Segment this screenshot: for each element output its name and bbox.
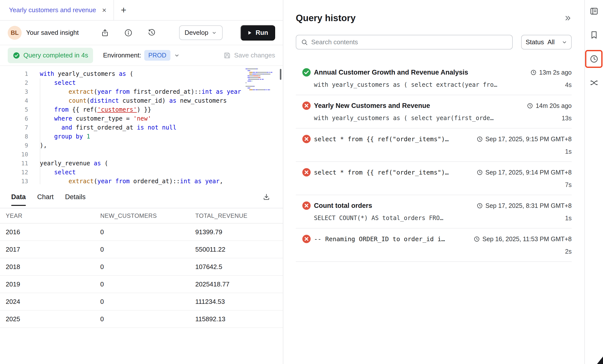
plus-icon: + [121,5,126,15]
tab-chart[interactable]: Chart [37,186,54,208]
history-item-title: select * from {{ ref("order_items")… [314,169,449,176]
line-number: 2 [0,78,28,87]
save-changes-label: Save changes [234,51,275,59]
new-tab-button[interactable]: + [114,0,133,20]
code-line[interactable]: group by 1 [40,132,283,141]
history-clock-icon[interactable] [589,54,599,64]
status-filter-value: All [548,38,555,46]
table-cell: 2024 [6,298,100,306]
share-icon[interactable] [99,27,111,39]
develop-button[interactable]: Develop [179,25,223,40]
success-circle-icon [302,67,311,77]
play-icon [247,30,252,36]
code-line[interactable]: yearly_revenue as ( [40,159,283,168]
history-item-duration: 2s [560,248,572,255]
line-number: 9 [0,141,28,150]
table-cell: 0 [100,298,195,306]
status-filter-dropdown[interactable]: Status All [521,35,572,49]
line-number-gutter: 12345678910111213 [0,69,28,186]
code-line[interactable]: select [40,168,283,177]
chevron-down-icon [174,52,180,59]
chevron-down-icon [561,39,568,46]
download-icon[interactable] [262,193,270,201]
history-controls: Status All [296,35,572,49]
minimap[interactable] [246,68,275,91]
history-item-duration: 7s [560,181,572,188]
line-number: 11 [0,159,28,168]
history-item-duration: 1s [560,148,572,155]
tab-details[interactable]: Details [65,186,86,208]
history-item-duration: 4s [560,81,572,89]
code-line[interactable]: from {{ ref('customers') }} [40,105,283,114]
history-item-title: select * from {{ ref("order_items")… [314,136,449,143]
table-cell: 2025418.77 [195,280,283,288]
table-cell: 2016 [6,228,100,236]
lineage-icon[interactable] [589,78,599,88]
table-row[interactable]: 20240111234.53 [0,293,283,311]
table-row[interactable]: 20250115892.13 [0,311,283,328]
line-number: 1 [0,69,28,78]
table-cell: 0 [100,246,195,253]
table-cell: 111234.53 [195,298,283,306]
history-item-time: 13m 2s ago [525,69,572,76]
history-item-time: Sep 17, 2025, 8:31 PM GMT+8 [471,202,572,209]
sql-editor[interactable]: 12345678910111213 with yearly_customers … [0,66,283,186]
chevron-down-icon [211,30,217,36]
editor-scrollbar[interactable] [280,69,281,80]
history-item-title: Annual Customer Growth and Revenue Analy… [314,69,468,76]
query-status-badge: Query completed in 4s [8,48,93,63]
save-changes-button[interactable]: Save changes [223,51,275,59]
query-history-header: Query history [296,13,572,23]
table-cell: 91399.79 [195,228,283,236]
code-line[interactable]: where customer_type = 'new' [40,114,283,123]
history-item-snippet: with yearly_customers as ( select year(f… [314,115,494,122]
error-circle-icon [302,134,311,144]
version-history-icon[interactable] [146,27,158,39]
table-cell: 2017 [6,246,100,253]
history-item[interactable]: Annual Customer Growth and Revenue Analy… [296,62,572,95]
table-cell: 107642.5 [195,263,283,271]
line-number: 10 [0,150,28,159]
table-row[interactable]: 20170550011.22 [0,241,283,258]
table-row[interactable]: 2016091399.79 [0,224,283,241]
info-icon[interactable] [122,27,134,39]
bookmark-icon[interactable] [589,30,599,40]
code-line[interactable]: extract(year from ordered_at)::int as ye… [40,177,283,186]
table-cell: 2018 [6,263,100,271]
environment-selector[interactable]: Environment: PROD [103,50,180,61]
results-tab-bar: Data Chart Details [0,186,283,208]
history-item[interactable]: select * from {{ ref("order_items")…Sep … [296,129,572,162]
tab-data[interactable]: Data [11,186,26,208]
history-item[interactable]: Count total ordersSep 17, 2025, 8:31 PM … [296,195,572,228]
code-line[interactable]: ), [40,141,283,150]
page-title: Query history [296,13,356,23]
query-list-icon[interactable] [589,6,599,16]
run-button[interactable]: Run [241,25,275,41]
table-cell: 550011.22 [195,246,283,253]
code-line[interactable]: and first_ordered_at is not null [40,123,283,132]
app-root: Yearly customers and revenue × + BL Your… [0,0,603,364]
table-cell: 2025 [6,315,100,323]
double-chevron-right-icon[interactable] [564,14,572,22]
table-row[interactable]: 201902025418.77 [0,276,283,293]
error-circle-icon [302,167,311,177]
code-line[interactable]: count(distinct customer_id) as new_custo… [40,96,283,105]
history-item[interactable]: select * from {{ ref("order_items")…Sep … [296,162,572,195]
check-circle-icon [13,52,20,59]
code-line[interactable] [40,150,283,159]
history-item-time: Sep 17, 2025, 9:15 PM GMT+8 [471,136,572,143]
history-item[interactable]: Yearly New Customers and Revenue14m 20s … [296,95,572,129]
table-row[interactable]: 20180107642.5 [0,258,283,276]
error-circle-icon [302,234,311,244]
search-input[interactable] [311,38,508,46]
tab-yearly-customers-and-revenue[interactable]: Yearly customers and revenue × [0,0,114,20]
line-number: 7 [0,123,28,132]
environment-badge: PROD [144,50,170,61]
search-box[interactable] [296,35,513,49]
close-icon[interactable]: × [102,6,106,14]
history-item-snippet: with yearly_customers as ( select extrac… [314,81,497,88]
history-item[interactable]: -- Renaming ORDER_ID to order_id i…Sep 1… [296,228,572,262]
history-item-time: Sep 17, 2025, 9:14 PM GMT+8 [471,169,572,176]
status-bar: Query completed in 4s Environment: PROD … [0,45,283,66]
table-body: 2016091399.7920170550011.2220180107642.5… [0,224,283,328]
